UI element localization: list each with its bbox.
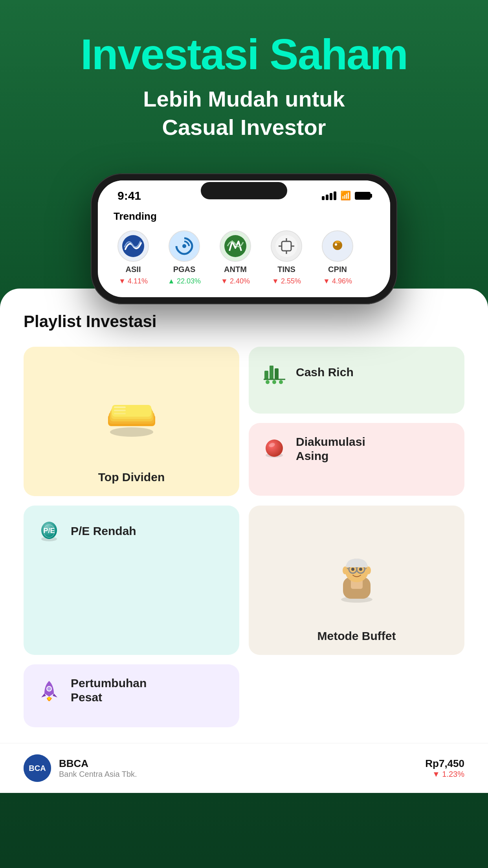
svg-point-56 <box>366 566 371 574</box>
stock-cpin[interactable]: CPIN ▼ 4.96% <box>318 230 357 285</box>
header-section: Investasi Saham Lebih Mudah untuk Casual… <box>0 0 488 158</box>
battery-icon <box>355 192 371 200</box>
svg-rect-27 <box>114 410 126 411</box>
playlist-card-top-dividen[interactable]: Top Dividen <box>24 347 239 496</box>
bottom-stock-name-group: BBCA Bank Centra Asia Tbk. <box>59 758 137 779</box>
cash-rich-row: Cash Rich <box>261 359 453 386</box>
bottom-stock-price-group: Rp7,450 ▼ 1.23% <box>425 758 464 779</box>
stock-logo-pgas <box>169 230 200 262</box>
svg-rect-28 <box>114 413 126 414</box>
stock-change-asii: ▼ 4.11% <box>119 277 148 285</box>
svg-point-9 <box>182 244 186 248</box>
status-icons: 📶 <box>322 191 371 201</box>
playlist-card-diakumulasi-asing[interactable]: DiakumulasiAsing <box>249 423 464 496</box>
bottom-stock-row: BCA BBCA Bank Centra Asia Tbk. Rp7,450 ▼… <box>0 743 488 793</box>
status-time: 9:41 <box>117 189 141 202</box>
stock-asii[interactable]: ASII ▼ 4.11% <box>114 230 153 285</box>
svg-point-58 <box>47 687 51 691</box>
bottom-stock-code: BBCA <box>59 758 137 770</box>
playlist-card-metode-buffet[interactable]: Metode Buffet <box>249 506 464 655</box>
playlist-card-cash-rich[interactable]: Cash Rich <box>249 347 464 414</box>
stock-pgas[interactable]: PGAS ▲ 22.03% <box>165 230 204 285</box>
stock-tins[interactable]: TINS ▼ 2.55% <box>267 230 306 285</box>
svg-point-38 <box>266 440 283 457</box>
cash-rich-icon <box>261 359 288 386</box>
signal-icon <box>322 191 336 200</box>
phone-mockup: 9:41 📶 Trending <box>0 173 488 304</box>
stock-change-cpin: ▼ 4.96% <box>323 277 352 285</box>
svg-point-35 <box>272 380 276 384</box>
stock-logo-tins <box>271 230 302 262</box>
stock-code-antm: ANTM <box>224 265 247 274</box>
svg-point-55 <box>343 566 347 574</box>
svg-text:P/E: P/E <box>43 527 55 535</box>
wifi-icon: 📶 <box>340 191 351 201</box>
svg-point-19 <box>335 243 337 246</box>
stock-change-pgas: ▲ 22.03% <box>168 277 201 285</box>
pe-rendah-icon: P/E <box>35 517 63 545</box>
card-label-cash-rich: Cash Rich <box>296 365 354 379</box>
svg-point-53 <box>351 568 354 571</box>
card-label-diakumulasi-asing: DiakumulasiAsing <box>296 435 365 463</box>
playlist-grid: Top Dividen <box>24 347 464 727</box>
stock-change-tins: ▼ 2.55% <box>272 277 301 285</box>
bottom-card: Playlist Investasi <box>0 289 488 793</box>
card-label-metode-buffet: Metode Buffet <box>261 629 453 643</box>
playlist-title: Playlist Investasi <box>24 312 464 331</box>
svg-rect-26 <box>114 406 126 408</box>
stock-logo-asii <box>117 230 149 262</box>
stock-code-tins: TINS <box>277 265 295 274</box>
pertumbuhan-pesat-icon <box>35 677 63 704</box>
phone-frame: 9:41 📶 Trending <box>91 173 397 304</box>
subtitle: Lebih Mudah untuk Casual Investor <box>0 85 488 142</box>
svg-rect-30 <box>270 366 273 379</box>
bottom-stock-info: BCA BBCA Bank Centra Asia Tbk. <box>24 754 137 782</box>
svg-point-20 <box>110 427 153 437</box>
svg-point-54 <box>359 568 362 571</box>
pertumbuhan-pesat-row: PertumbuhanPesat <box>35 676 227 704</box>
metode-buffet-icon <box>329 544 384 603</box>
pe-rendah-row: P/E P/E Rendah <box>35 517 227 545</box>
top-dividen-icon <box>100 391 163 438</box>
stock-code-cpin: CPIN <box>328 265 347 274</box>
stock-antm[interactable]: ANTM ▼ 2.40% <box>216 230 255 285</box>
svg-point-36 <box>279 380 283 384</box>
diakumulasi-asing-icon <box>261 435 288 463</box>
main-title: Investasi Saham <box>0 31 488 77</box>
trending-stocks: ASII ▼ 4.11% PGAS <box>114 230 374 285</box>
stock-change-antm: ▼ 2.40% <box>221 277 250 285</box>
playlist-card-pe-rendah[interactable]: P/E P/E Rendah <box>24 506 239 655</box>
svg-rect-32 <box>264 371 268 379</box>
phone-notch <box>201 182 287 199</box>
bottom-stock-change: ▼ 1.23% <box>425 770 464 779</box>
card-label-pe-rendah: P/E Rendah <box>71 524 136 538</box>
bottom-stock-avatar: BCA <box>24 754 51 782</box>
bottom-stock-price: Rp7,450 <box>425 758 464 770</box>
stock-logo-antm <box>220 230 251 262</box>
card-label-top-dividen: Top Dividen <box>35 470 227 484</box>
phone-content: Trending ASII ▼ 4.11% <box>98 206 390 297</box>
stock-code-pgas: PGAS <box>173 265 196 274</box>
svg-rect-31 <box>275 368 279 379</box>
card-label-pertumbuhan-pesat: PertumbuhanPesat <box>71 676 147 704</box>
svg-point-34 <box>266 380 270 384</box>
stock-logo-cpin <box>322 230 353 262</box>
trending-label: Trending <box>114 210 374 223</box>
bottom-stock-name: Bank Centra Asia Tbk. <box>59 770 137 779</box>
diakumulasi-asing-row: DiakumulasiAsing <box>261 435 453 463</box>
stock-code-asii: ASII <box>126 265 141 274</box>
playlist-card-pertumbuhan-pesat[interactable]: PertumbuhanPesat <box>24 664 239 727</box>
svg-text:BCA: BCA <box>29 764 46 772</box>
